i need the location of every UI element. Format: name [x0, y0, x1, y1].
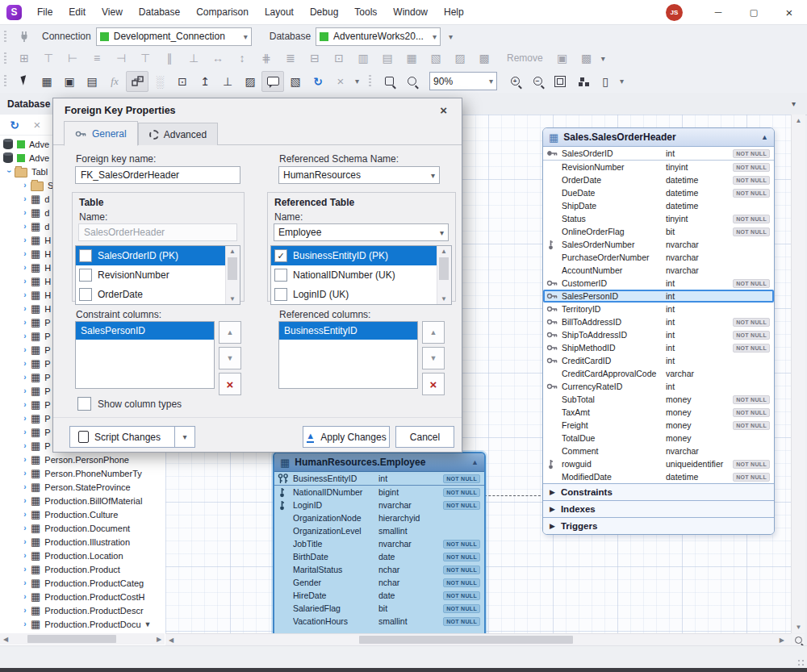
chevron-right-icon[interactable]: ›: [19, 592, 31, 601]
chevron-right-icon[interactable]: ›: [19, 373, 31, 382]
tree-item[interactable]: ›▦Person.PersonPhone: [0, 453, 165, 466]
remove-column-button[interactable]: ×: [422, 373, 445, 395]
checkbox-icon[interactable]: [79, 269, 92, 282]
selected-column[interactable]: SalesPersonID: [76, 322, 214, 340]
column-row[interactable]: OrganizationLevelsmallint: [274, 524, 484, 537]
align-bottoms-icon[interactable]: ⊥: [182, 48, 205, 69]
export-diagram-button[interactable]: ↥: [194, 71, 216, 92]
regenerate-icon[interactable]: ▩: [473, 48, 495, 69]
menu-edit[interactable]: Edit: [61, 0, 94, 24]
zoom-out-button[interactable]: −: [526, 71, 549, 92]
search-button[interactable]: [400, 71, 423, 92]
chevron-right-icon[interactable]: ›: [19, 222, 31, 231]
image-tool-button[interactable]: ▨: [239, 71, 261, 92]
toolbar-grip[interactable]: [369, 75, 371, 87]
column-row[interactable]: CreditCardIDint: [543, 354, 774, 367]
new-view-button[interactable]: ▤: [81, 71, 103, 92]
chevron-right-icon[interactable]: ›: [19, 524, 31, 532]
column-row[interactable]: DueDatedatetimeNOT NULL: [543, 186, 774, 199]
chevron-right-icon[interactable]: ›: [19, 181, 31, 190]
tree-scroll-down-icon[interactable]: ▼: [144, 620, 152, 628]
scroll-thumb[interactable]: [359, 636, 573, 644]
column-option[interactable]: OrderDate: [76, 285, 240, 304]
scroll-thumb[interactable]: [439, 257, 449, 280]
toolbar-grip[interactable]: [4, 52, 6, 65]
chevron-right-icon[interactable]: ›: [19, 208, 31, 217]
explorer-hscrollbar[interactable]: ◀ ▶: [0, 633, 165, 645]
menu-help[interactable]: Help: [436, 0, 472, 24]
column-row[interactable]: StatustinyintNOT NULL: [543, 212, 774, 225]
chevron-right-icon[interactable]: ›: [19, 414, 31, 423]
tree-item[interactable]: ›▦Production.Document: [0, 521, 165, 535]
align-left-icon[interactable]: ⊢: [61, 48, 84, 69]
chevron-right-icon[interactable]: ›: [19, 318, 31, 327]
distribute-v-icon[interactable]: ▤: [376, 48, 399, 69]
column-row[interactable]: JobTitlenvarcharNOT NULL: [274, 537, 484, 550]
chevron-right-icon[interactable]: ›: [19, 290, 31, 299]
chevron-right-icon[interactable]: ›: [19, 441, 31, 450]
arrange-icon[interactable]: ⊡: [328, 48, 350, 69]
chevron-right-icon[interactable]: ›: [19, 482, 31, 491]
toolbar-grip[interactable]: [4, 75, 6, 87]
chevron-right-icon[interactable]: ›: [19, 455, 31, 464]
menu-database[interactable]: Database: [131, 0, 188, 24]
canvas-hscrollbar[interactable]: ◀ ▶: [165, 633, 791, 646]
tree-item[interactable]: ›▦Production.ProductDocu▼: [0, 617, 165, 631]
virtual-relation-button[interactable]: ░: [148, 71, 171, 92]
column-row[interactable]: BusinessEntityIDintNOT NULL: [274, 472, 484, 486]
column-row[interactable]: SalesPersonIDint: [543, 290, 774, 303]
toolbar-overflow-icon[interactable]: ▾: [598, 54, 608, 63]
apply-changes-button[interactable]: ▲ Apply Changes: [303, 426, 390, 448]
constraint-columns-list[interactable]: SalesPersonID: [75, 321, 215, 389]
delete-button[interactable]: ×: [329, 71, 352, 92]
zoom-in-button[interactable]: +: [504, 71, 526, 92]
collapse-icon[interactable]: ▲: [471, 458, 479, 466]
layout-more-icon[interactable]: ▧: [424, 48, 447, 69]
column-row[interactable]: OnlineOrderFlagbitNOT NULL: [543, 225, 774, 238]
dialog-titlebar[interactable]: Foreign Key Properties ×: [53, 98, 462, 122]
maximize-button[interactable]: ▢: [736, 0, 771, 24]
note-tool-button[interactable]: [261, 71, 284, 92]
column-row[interactable]: Commentnvarchar: [543, 445, 774, 457]
close-button[interactable]: ×: [771, 0, 807, 24]
remove-button[interactable]: Remove: [507, 52, 543, 64]
chevron-right-icon[interactable]: ›: [19, 578, 31, 587]
center-vertically-icon[interactable]: ⊟: [303, 48, 326, 69]
column-row[interactable]: HireDatedateNOT NULL: [274, 589, 484, 602]
toolbar-overflow-icon[interactable]: ▾: [445, 32, 456, 41]
send-to-back-icon[interactable]: ▩: [575, 48, 598, 69]
checkbox-icon[interactable]: [274, 288, 287, 301]
column-option[interactable]: LoginID (UK): [271, 285, 451, 304]
chevron-right-icon[interactable]: ›: [19, 194, 31, 203]
column-row[interactable]: SalesOrderIDintNOT NULL: [543, 147, 774, 161]
scroll-thumb[interactable]: [228, 257, 237, 280]
section-indexes[interactable]: ▶Indexes: [543, 500, 774, 517]
column-row[interactable]: CustomerIDintNOT NULL: [543, 277, 774, 290]
column-row[interactable]: AccountNumbernvarchar: [543, 264, 774, 277]
stamp-tool-button[interactable]: ⊥: [216, 71, 239, 92]
new-table-button[interactable]: ▦: [36, 71, 58, 92]
section-constraints[interactable]: ▶Constraints: [543, 483, 774, 500]
menu-debug[interactable]: Debug: [302, 0, 346, 24]
new-container-button[interactable]: ▣: [58, 71, 81, 92]
column-row[interactable]: CurrencyRateIDint: [543, 380, 774, 393]
scroll-up-icon[interactable]: ▲: [792, 117, 805, 124]
chevron-right-icon[interactable]: ›: [19, 469, 31, 478]
tree-item[interactable]: ›▦Production.Illustration: [0, 535, 165, 549]
scroll-thumb[interactable]: [27, 635, 116, 643]
checkbox-icon[interactable]: [274, 269, 287, 282]
same-height-icon[interactable]: ↕: [231, 48, 253, 69]
column-row[interactable]: ShipMethodIDintNOT NULL: [543, 341, 774, 354]
connection-select[interactable]: Development_Connection ▾: [96, 27, 252, 46]
menu-view[interactable]: View: [94, 0, 131, 24]
chevron-expanded-icon[interactable]: ›: [5, 166, 14, 177]
column-row[interactable]: TotalDuemoney: [543, 432, 774, 445]
align-right-icon[interactable]: ⊣: [110, 48, 132, 69]
column-option[interactable]: NationalIDNumber (UK): [271, 265, 451, 285]
frame-tool-button[interactable]: ⊡: [171, 71, 194, 92]
chevron-right-icon[interactable]: ›: [19, 332, 31, 340]
snap-grid-icon[interactable]: ⋕: [255, 48, 278, 69]
checkbox-icon[interactable]: [77, 397, 91, 411]
scroll-up-icon[interactable]: ▲: [437, 248, 450, 255]
toolbar-overflow-icon[interactable]: ▾: [352, 77, 362, 86]
